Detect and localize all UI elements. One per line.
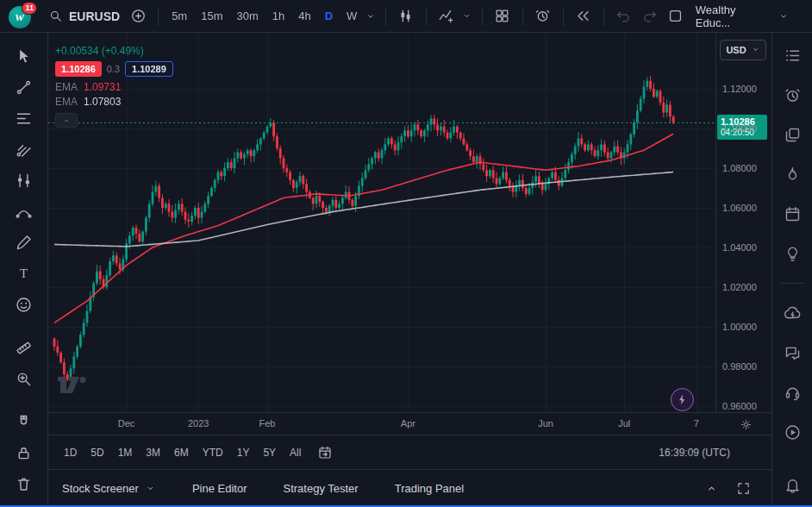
account-logo[interactable]: w 11 [9,3,34,29]
tab-stock-screener[interactable]: Stock Screener [62,482,156,495]
alerts-icon[interactable] [778,83,807,107]
layout-menu-caret[interactable] [777,4,791,28]
indicator-row[interactable]: EMA1.07803 [55,96,173,108]
time-axis[interactable]: Dec2023FebAprJunJul7 [48,412,771,435]
utc-clock[interactable]: 16:39:09 (UTC) [659,447,730,459]
cursor-tool-icon[interactable] [9,43,40,69]
support-icon[interactable] [778,380,807,404]
fib-retracement-tool-icon[interactable] [9,105,40,131]
price-change-label: +0.00534 (+0.49%) [55,45,144,57]
alert-icon[interactable] [530,3,556,29]
interval-5m[interactable]: 5m [166,5,193,27]
notifications-icon[interactable] [778,473,807,497]
currency-select[interactable]: USD [720,40,766,60]
range-5Y[interactable]: 5Y [256,443,283,462]
range-1D[interactable]: 1D [57,443,84,462]
right-sidebar [771,33,812,507]
indicator-value: 1.07803 [84,96,121,108]
date-range-bar: 1D5D1M3M6MYTD1Y5YAll16:39:09 (UTC) [48,435,771,469]
top-toolbar: w 11 EURUSD 5m15m30m1h4hDW Wealthy Educ.… [0,0,812,33]
zoom-tool-icon[interactable] [9,366,40,391]
redo-icon[interactable] [637,3,663,29]
range-3M[interactable]: 3M [139,443,167,462]
indicator-row[interactable]: EMA1.09731 [55,81,173,93]
chart-tools-row [393,3,663,29]
tradingview-app: w 11 EURUSD 5m15m30m1h4hDW Wealthy Educ.… [0,0,812,507]
indicators-menu-caret[interactable] [459,4,475,28]
interval-15m[interactable]: 15m [195,5,228,27]
interval-1h[interactable]: 1h [266,5,290,27]
range-6M[interactable]: 6M [167,443,196,462]
price-tick-label: 1.00000 [722,322,757,332]
hotlists-icon[interactable] [778,162,807,186]
save-layout-button[interactable] [663,3,689,29]
trash-tool-icon[interactable] [9,471,40,497]
bar-replay-icon[interactable] [571,3,597,29]
magnet-tool-icon[interactable] [9,409,40,435]
range-1M[interactable]: 1M [111,443,140,462]
range-All[interactable]: All [283,443,308,462]
symbol-search-button[interactable]: EURUSD [43,5,125,27]
lock-tool-icon[interactable] [9,440,40,466]
price-scale[interactable]: USD 1.10286 04:20:50 1.120001.100001.080… [715,33,771,412]
toolbar-separator [563,7,564,26]
interval-W[interactable]: W [340,5,363,27]
watchlist-icon[interactable] [778,43,807,67]
tab-label: Strategy Tester [283,482,358,495]
tutorials-icon[interactable] [778,420,807,444]
ask-price-box[interactable]: 1.10289 [125,61,173,77]
object-tree-icon[interactable] [778,122,807,147]
interval-D[interactable]: D [319,5,339,27]
drawing-toolbar: T [0,33,48,507]
expand-panel-icon[interactable] [736,481,751,496]
price-tick-label: 1.02000 [722,282,757,292]
messages-icon[interactable] [778,341,807,365]
text-tool-icon[interactable]: T [9,260,40,286]
tab-trading-panel[interactable]: Trading Panel [395,482,464,495]
multichart-layout-icon[interactable] [490,3,515,29]
gear-icon[interactable] [737,416,754,433]
price-tick-label: 0.98000 [722,361,757,372]
chat-icon[interactable] [778,301,807,325]
indicators-icon[interactable] [434,3,459,29]
tradingview-watermark-icon [57,376,88,398]
arc-tool-icon[interactable] [9,198,40,224]
chart-type-icon[interactable] [393,3,419,29]
time-tick-label: Feb [259,418,276,429]
interval-30m[interactable]: 30m [230,5,264,27]
calendar-icon[interactable] [778,202,807,226]
emoji-tool-icon[interactable] [9,291,40,317]
bars-pattern-tool-icon[interactable] [9,167,40,193]
tab-pine-editor[interactable]: Pine Editor [192,482,247,495]
range-YTD[interactable]: YTD [196,443,230,462]
toolbar-separator [385,7,386,26]
undo-icon[interactable] [611,3,637,29]
pitchfork-tool-icon[interactable] [9,136,40,162]
layout-name: Wealthy Educ... [696,3,770,29]
interval-menu-caret[interactable] [363,4,378,28]
compare-add-button[interactable] [125,3,151,29]
toolbar-separator [158,7,159,26]
trend-line-tool-icon[interactable] [9,74,40,100]
interval-4h[interactable]: 4h [292,5,316,27]
ruler-tool-icon[interactable] [9,335,40,360]
bid-price-box[interactable]: 1.10286 [55,61,102,77]
legend-collapse-button[interactable] [55,113,78,128]
range-1Y[interactable]: 1Y [230,443,257,462]
spread-label: 0.3 [107,64,120,74]
time-tick-label: 7 [694,418,699,429]
tab-strategy-tester[interactable]: Strategy Tester [283,482,358,495]
brush-tool-icon[interactable] [9,229,40,255]
ideas-icon[interactable] [778,241,807,266]
chevron-up-icon[interactable] [704,481,719,496]
price-tick-label: 1.04000 [722,242,757,253]
tab-label: Stock Screener [62,482,139,495]
range-5D[interactable]: 5D [84,443,110,462]
time-tick-label: Jul [618,418,630,429]
price-tick-label: 1.08000 [722,163,757,173]
chart-plot-area: +0.00534 (+0.49%) 1.10286 0.3 1.10289 EM… [48,33,715,412]
boost-lightning-button[interactable] [671,388,694,411]
goto-date-icon[interactable] [313,441,337,464]
chart-row: +0.00534 (+0.49%) 1.10286 0.3 1.10289 EM… [48,33,771,412]
time-tick-label: Apr [401,418,415,429]
